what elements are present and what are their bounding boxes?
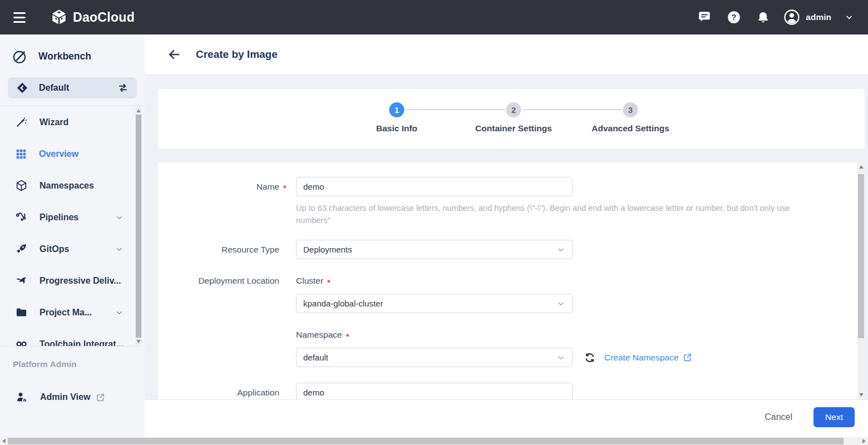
workspace-selector[interactable]: Default [8,77,137,98]
resource-type-label: Resource Type [158,245,279,255]
step-number-badge: 1 [389,102,405,117]
folder-icon [15,306,28,319]
resource-type-value: Deployments [303,245,352,254]
step-number-badge: 3 [623,102,638,117]
deployment-location-label: Deployment Location [158,276,279,286]
chevron-down-icon [115,245,124,253]
step-label: Advanced Settings [591,123,669,134]
workspace-icon [16,81,29,95]
scroll-left-arrow[interactable] [2,439,6,443]
resource-type-select[interactable]: Deployments [296,240,573,259]
step-label: Container Settings [475,123,552,134]
pipeline-icon [15,211,28,224]
chevron-down-icon [845,13,854,22]
required-asterisk: * [279,181,296,192]
module-title: Workbench [38,51,91,62]
chat-icon[interactable] [697,10,712,24]
scroll-up-arrow[interactable] [859,165,864,169]
switch-workspace-icon[interactable] [117,82,129,94]
chevron-down-icon [115,308,124,317]
create-namespace-link[interactable]: Create Namespace [604,353,692,363]
sidebar-item-label: GitOps [40,244,69,254]
namespace-row: default [296,348,692,367]
name-input[interactable] [296,177,573,196]
sidebar-item-label: Admin View [40,392,90,402]
basic-info-form: Name * Up to 63 characters of lowercase … [158,162,865,399]
brand-name: DaoCloud [73,10,135,25]
scroll-right-arrow[interactable] [862,439,866,443]
scrollbar-thumb[interactable] [8,438,844,444]
name-help-text: Up to 63 characters of lowercase letters… [296,202,813,226]
cluster-select[interactable]: kpanda-global-cluster [296,294,573,313]
username: admin [806,12,831,22]
scrollbar-thumb[interactable] [136,115,141,338]
sidebar-item-label: Overview [39,149,78,159]
resource-type-row: Resource Type Deployments [158,240,865,259]
sidebar-scrollbar[interactable] [135,106,142,346]
application-input[interactable] [296,383,573,399]
step-number-badge: 2 [506,102,521,117]
step-label: Basic Info [376,123,417,134]
content-area: 1 Basic Info 2 Container Settings 3 Adva… [145,74,868,437]
wand-icon [15,116,28,128]
workbench-icon [12,49,27,64]
bird-icon [15,274,28,287]
page-header: Create by Image [145,34,868,74]
application-row: Application [158,383,865,399]
page-title: Create by Image [196,48,278,61]
sidebar-item-label: Progressive Deliv... [40,276,121,286]
step-connector [406,109,505,110]
sidebar-item-namespaces[interactable]: Namespaces [0,170,145,201]
form-vertical-scrollbar[interactable] [857,162,865,399]
avatar [783,9,800,26]
required-asterisk: * [327,276,331,287]
rocket-icon [15,243,28,255]
next-button[interactable]: Next [813,407,855,427]
sidebar-module-header: Workbench [12,49,91,64]
bell-icon[interactable] [756,11,770,24]
stepper-card: 1 Basic Info 2 Container Settings 3 Adva… [158,89,865,149]
hamburger-menu-icon[interactable] [13,10,30,24]
sidebar-item-overview[interactable]: Overview [0,138,145,170]
wizard-footer: Cancel Next [145,399,868,437]
sidebar-item-wizard[interactable]: Wizard [0,106,145,138]
scroll-up-arrow[interactable] [136,109,141,112]
brand-logo[interactable]: DaoCloud [50,8,135,26]
back-arrow-icon[interactable] [165,45,184,64]
sidebar-item-gitops[interactable]: GitOps [0,233,145,265]
infinity-icon [15,338,28,347]
sidebar-item-project-management[interactable]: Project Ma... [0,296,145,328]
namespace-value: default [303,353,328,362]
platform-admin-section-label: Platform Admin [13,359,77,369]
help-icon[interactable]: ? [727,10,741,24]
sidebar-item-toolchain-integration[interactable]: Toolchain Integrat... [0,328,145,347]
sidebar: Workbench Default [0,34,145,437]
scroll-down-arrow[interactable] [136,340,141,343]
grid-icon [15,148,27,160]
namespace-select[interactable]: default [296,348,573,367]
scroll-down-arrow[interactable] [859,393,864,397]
sidebar-item-progressive-delivery[interactable]: Progressive Deliv... [0,265,145,296]
external-link-icon [96,393,105,402]
namespace-label-row: Namespace * [296,330,692,341]
sidebar-item-admin-view[interactable]: Admin View [0,386,145,408]
refresh-icon[interactable] [584,352,596,364]
daocloud-cube-icon [50,8,68,26]
external-link-icon [683,353,692,362]
name-label: Name [158,182,279,192]
cancel-button[interactable]: Cancel [765,412,792,422]
scrollbar-thumb[interactable] [858,174,864,338]
admin-user-icon [15,390,28,404]
page-horizontal-scrollbar[interactable] [0,437,868,445]
workspace-name: Default [39,83,69,93]
step-connector [523,109,622,110]
sidebar-item-label: Project Ma... [40,308,92,318]
chevron-down-icon [556,353,565,362]
cluster-value: kpanda-global-cluster [303,299,383,308]
cluster-label: Cluster [296,276,323,286]
svg-text:?: ? [732,12,737,22]
chevron-down-icon [115,213,124,221]
user-menu[interactable]: admin [783,9,854,26]
sidebar-item-pipelines[interactable]: Pipelines [0,201,145,233]
sidebar-item-label: Pipelines [40,212,78,222]
